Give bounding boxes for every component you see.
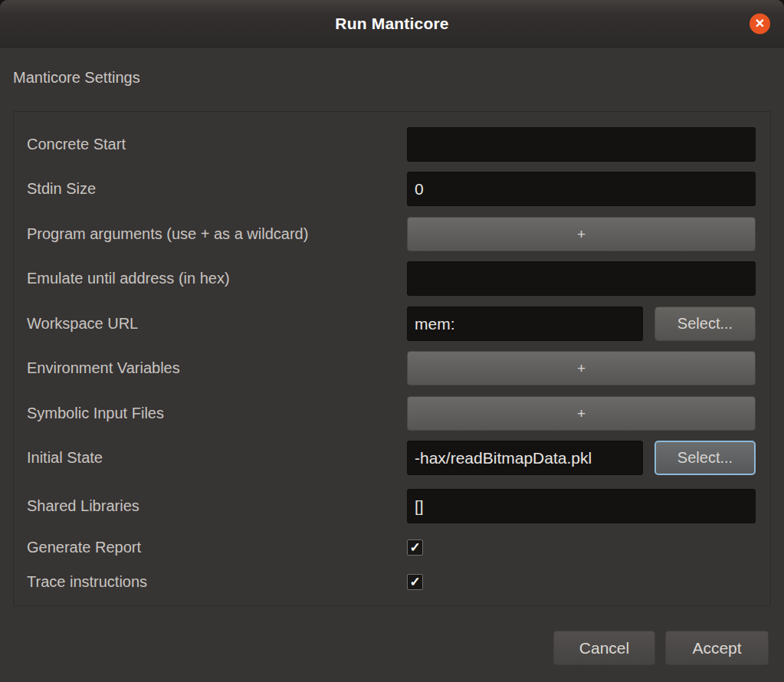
shared-libraries-input[interactable] <box>407 489 756 523</box>
concrete-start-label: Concrete Start <box>27 127 126 162</box>
close-icon: ✕ <box>755 18 765 30</box>
field-row-trace-instructions: Trace instructions ✓ <box>14 569 770 594</box>
workspace-url-label: Workspace URL <box>27 307 138 341</box>
field-row-concrete-start: Concrete Start <box>14 127 770 162</box>
field-row-emulate-until: Emulate until address (in hex) <box>14 261 770 296</box>
workspace-url-input[interactable] <box>407 307 643 341</box>
stdin-size-label: Stdin Size <box>27 172 96 206</box>
symbolic-input-files-add-button[interactable]: + <box>407 396 756 431</box>
initial-state-label: Initial State <box>27 441 103 475</box>
settings-groupbox: Concrete Start Stdin Size Program argume… <box>13 111 771 606</box>
field-row-environment-variables: Environment Variables + <box>14 351 770 385</box>
stdin-size-input[interactable] <box>407 172 756 206</box>
dialog-title: Run Manticore <box>335 15 448 33</box>
titlebar[interactable]: Run Manticore ✕ <box>0 0 784 48</box>
checkmark-icon: ✓ <box>409 541 420 554</box>
generate-report-checkbox[interactable]: ✓ <box>407 539 423 556</box>
emulate-until-input[interactable] <box>407 261 756 296</box>
settings-heading: Manticore Settings <box>13 69 140 87</box>
generate-report-label: Generate Report <box>27 539 141 556</box>
field-row-shared-libraries: Shared Libraries <box>14 489 770 523</box>
initial-state-select-button[interactable]: Select... <box>654 441 756 475</box>
environment-variables-label: Environment Variables <box>27 351 180 385</box>
field-row-workspace-url: Workspace URL Select... <box>14 307 770 341</box>
shared-libraries-label: Shared Libraries <box>27 489 139 523</box>
field-row-stdin-size: Stdin Size <box>14 172 770 206</box>
close-button[interactable]: ✕ <box>750 13 770 34</box>
checkmark-icon: ✓ <box>409 575 420 589</box>
accept-button[interactable]: Accept <box>665 631 769 665</box>
emulate-until-label: Emulate until address (in hex) <box>27 261 230 296</box>
workspace-url-select-button[interactable]: Select... <box>654 307 756 341</box>
run-manticore-dialog: Run Manticore ✕ Manticore Settings Concr… <box>0 0 784 682</box>
symbolic-input-files-label: Symbolic Input Files <box>27 396 164 431</box>
concrete-start-input[interactable] <box>407 127 756 162</box>
trace-instructions-checkbox[interactable]: ✓ <box>407 574 423 590</box>
field-row-symbolic-input-files: Symbolic Input Files + <box>14 396 770 431</box>
field-row-initial-state: Initial State Select... <box>14 441 770 475</box>
trace-instructions-label: Trace instructions <box>27 573 147 591</box>
program-arguments-add-button[interactable]: + <box>407 217 756 251</box>
environment-variables-add-button[interactable]: + <box>407 351 756 385</box>
program-arguments-label: Program arguments (use + as a wildcard) <box>27 217 308 251</box>
initial-state-input[interactable] <box>407 441 643 475</box>
cancel-button[interactable]: Cancel <box>553 631 655 665</box>
field-row-generate-report: Generate Report ✓ <box>14 535 770 559</box>
field-row-program-arguments: Program arguments (use + as a wildcard) … <box>14 217 770 251</box>
